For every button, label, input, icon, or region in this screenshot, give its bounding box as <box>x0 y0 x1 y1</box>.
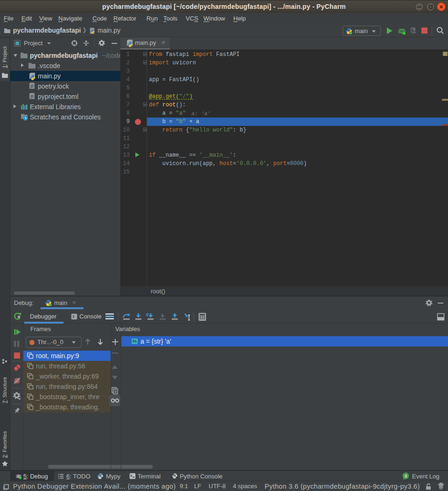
svg-text:3: 3 <box>405 473 407 478</box>
